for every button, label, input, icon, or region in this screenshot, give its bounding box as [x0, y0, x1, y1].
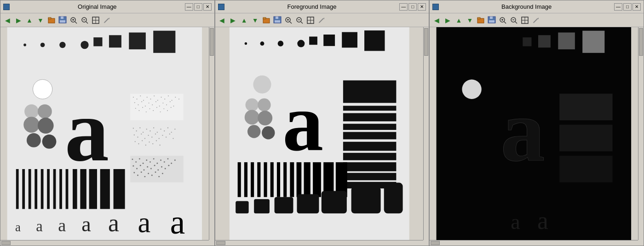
fit-btn-original[interactable]: [91, 15, 101, 25]
svg-point-191: [258, 99, 270, 111]
scrollbar-v-foreground[interactable]: [423, 27, 429, 240]
svg-point-41: [150, 99, 151, 100]
svg-point-123: [140, 165, 141, 166]
scrollbar-h-original[interactable]: [0, 240, 209, 246]
svg-point-77: [143, 132, 144, 133]
open-btn-foreground[interactable]: [261, 15, 271, 25]
forward-btn-original[interactable]: ▶: [13, 15, 23, 25]
svg-point-42: [154, 95, 155, 96]
svg-rect-229: [477, 18, 480, 19]
svg-rect-215: [290, 162, 294, 197]
viewport-foreground: a: [215, 27, 429, 246]
zoom-out-btn-foreground[interactable]: [294, 15, 305, 25]
maximize-btn-background[interactable]: □: [623, 3, 632, 11]
minimize-btn-foreground[interactable]: —: [399, 3, 408, 11]
zoom-out-btn-background[interactable]: [509, 15, 519, 25]
scrollbar-h-foreground[interactable]: [215, 240, 424, 246]
forward-btn-foreground[interactable]: ▶: [228, 15, 238, 25]
svg-point-132: [133, 172, 135, 173]
pencil-btn-background[interactable]: [531, 15, 541, 25]
forward-btn-background[interactable]: ▶: [443, 15, 453, 25]
background-image-window: Background Image — □ ✕ ◀ ▶ ▲ ▼: [429, 0, 644, 246]
fit-btn-background[interactable]: [520, 15, 530, 25]
svg-rect-208: [244, 162, 247, 197]
viewport-background: a a a a: [430, 27, 644, 246]
back-btn-foreground[interactable]: ◀: [217, 15, 227, 25]
save-fg-btn[interactable]: [272, 15, 282, 25]
svg-point-89: [141, 134, 142, 135]
down-btn-foreground[interactable]: ▼: [250, 15, 260, 25]
svg-point-126: [150, 168, 152, 170]
svg-rect-145: [41, 169, 44, 209]
svg-rect-209: [251, 162, 254, 197]
svg-marker-244: [538, 18, 539, 19]
up-btn-foreground[interactable]: ▲: [239, 15, 249, 25]
svg-point-83: [164, 130, 165, 131]
title-bar-original: Original Image — □ ✕: [0, 0, 214, 13]
svg-point-195: [262, 126, 275, 139]
minimize-btn-background[interactable]: —: [614, 3, 622, 11]
back-btn-original[interactable]: ◀: [2, 15, 12, 25]
up-btn-background[interactable]: ▲: [454, 15, 464, 25]
maximize-btn-original[interactable]: □: [194, 3, 202, 11]
svg-point-129: [161, 166, 162, 168]
svg-text:a: a: [36, 218, 43, 234]
down-btn-background[interactable]: ▼: [465, 15, 475, 25]
svg-rect-231: [490, 17, 493, 19]
down-btn-original[interactable]: ▼: [35, 15, 46, 25]
zoom-in-btn-original[interactable]: [69, 15, 79, 25]
window-controls-foreground: — □ ✕: [399, 3, 426, 11]
close-btn-background[interactable]: ✕: [632, 3, 641, 11]
save-bg-btn[interactable]: [487, 15, 497, 25]
svg-point-184: [297, 40, 305, 47]
svg-rect-222: [254, 199, 270, 213]
svg-rect-214: [283, 162, 287, 197]
svg-rect-218: [313, 162, 321, 197]
svg-point-133: [137, 175, 138, 176]
toolbar-foreground: ◀ ▶ ▲ ▼: [215, 13, 429, 27]
svg-rect-197: [343, 81, 397, 103]
svg-point-111: [143, 163, 144, 164]
svg-rect-249: [538, 35, 551, 47]
scrollbar-h-background[interactable]: [430, 240, 638, 246]
svg-point-21: [59, 42, 65, 48]
svg-point-53: [145, 105, 146, 106]
pencil-btn-foreground[interactable]: [316, 15, 327, 25]
svg-rect-3: [61, 17, 63, 19]
zoom-in-btn-background[interactable]: [498, 15, 508, 25]
scrollbar-v-background[interactable]: [638, 27, 644, 240]
title-foreground: Foreground Image: [224, 3, 400, 10]
svg-point-80: [153, 127, 154, 128]
scrollbar-v-original[interactable]: [209, 27, 214, 240]
svg-point-113: [150, 161, 151, 163]
svg-text:a: a: [500, 81, 545, 180]
svg-point-45: [164, 99, 165, 100]
background-image-svg: a a a a: [430, 27, 638, 240]
minimize-btn-original[interactable]: —: [185, 3, 193, 11]
open-btn-background[interactable]: [476, 15, 486, 25]
zoom-out-btn-original[interactable]: [80, 15, 90, 25]
svg-rect-153: [100, 169, 110, 209]
svg-point-20: [40, 43, 45, 47]
svg-rect-150: [73, 169, 77, 209]
svg-text:a: a: [138, 206, 151, 239]
svg-point-32: [27, 133, 41, 147]
svg-rect-24: [109, 35, 121, 47]
pencil-btn-original[interactable]: [102, 15, 112, 25]
close-btn-original[interactable]: ✕: [203, 3, 212, 11]
svg-point-116: [160, 159, 161, 161]
back-btn-background[interactable]: ◀: [431, 15, 442, 25]
save-orig-btn[interactable]: [58, 15, 68, 25]
svg-point-139: [158, 176, 160, 177]
open-btn-original[interactable]: [46, 15, 57, 25]
svg-point-62: [135, 108, 136, 109]
close-btn-foreground[interactable]: ✕: [418, 3, 426, 11]
viewport-original: a: [0, 27, 214, 246]
svg-point-51: [138, 104, 139, 105]
up-btn-original[interactable]: ▲: [24, 15, 34, 25]
maximize-btn-foreground[interactable]: □: [408, 3, 417, 11]
zoom-in-btn-foreground[interactable]: [283, 15, 293, 25]
svg-line-172: [301, 22, 303, 23]
svg-point-52: [141, 101, 142, 102]
fit-btn-foreground[interactable]: [305, 15, 316, 25]
